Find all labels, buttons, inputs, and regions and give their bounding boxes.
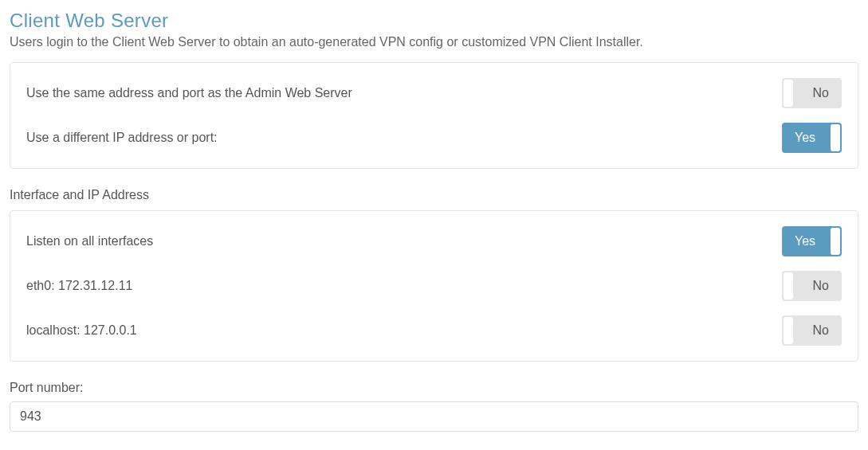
same-address-toggle[interactable]: No	[782, 78, 842, 108]
same-address-row: Use the same address and port as the Adm…	[26, 77, 842, 109]
same-address-label: Use the same address and port as the Adm…	[26, 86, 352, 100]
localhost-label: localhost: 127.0.0.1	[26, 323, 137, 338]
toggle-text: No	[813, 279, 829, 293]
listen-all-label: Listen on all interfaces	[26, 234, 153, 248]
listen-all-row: Listen on all interfaces Yes	[26, 225, 842, 257]
localhost-row: localhost: 127.0.0.1 No	[26, 315, 842, 346]
different-address-toggle[interactable]: Yes	[782, 123, 842, 153]
different-address-label: Use a different IP address or port:	[26, 131, 218, 145]
toggle-text: No	[813, 323, 829, 338]
port-input[interactable]	[10, 401, 858, 432]
toggle-text: Yes	[795, 131, 815, 145]
listen-all-toggle[interactable]: Yes	[782, 226, 842, 256]
eth0-row: eth0: 172.31.12.11 No	[26, 270, 842, 302]
toggle-text: Yes	[795, 234, 815, 248]
eth0-toggle[interactable]: No	[782, 271, 842, 301]
port-label: Port number:	[10, 381, 858, 395]
toggle-text: No	[813, 86, 829, 100]
different-address-row: Use a different IP address or port: Yes	[26, 122, 842, 154]
localhost-toggle[interactable]: No	[782, 315, 842, 346]
interface-panel: Listen on all interfaces Yes eth0: 172.3…	[10, 210, 858, 362]
address-port-panel: Use the same address and port as the Adm…	[10, 62, 858, 169]
eth0-label: eth0: 172.31.12.11	[26, 279, 132, 293]
section-description: Users login to the Client Web Server to …	[10, 35, 858, 49]
section-title: Client Web Server	[10, 10, 858, 32]
interface-heading: Interface and IP Address	[10, 188, 858, 202]
